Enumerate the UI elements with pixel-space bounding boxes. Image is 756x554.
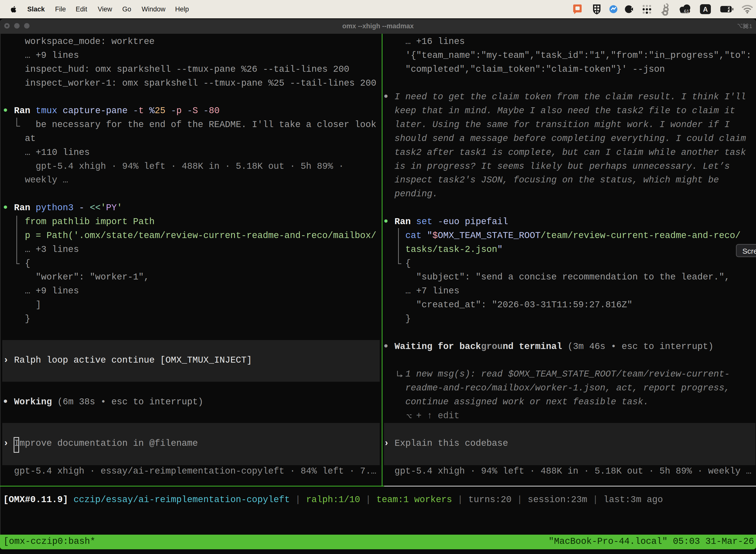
svg-text:..61: ..61 bbox=[681, 9, 689, 14]
svg-text:A: A bbox=[703, 6, 708, 13]
svg-text:1: 1 bbox=[749, 23, 752, 29]
